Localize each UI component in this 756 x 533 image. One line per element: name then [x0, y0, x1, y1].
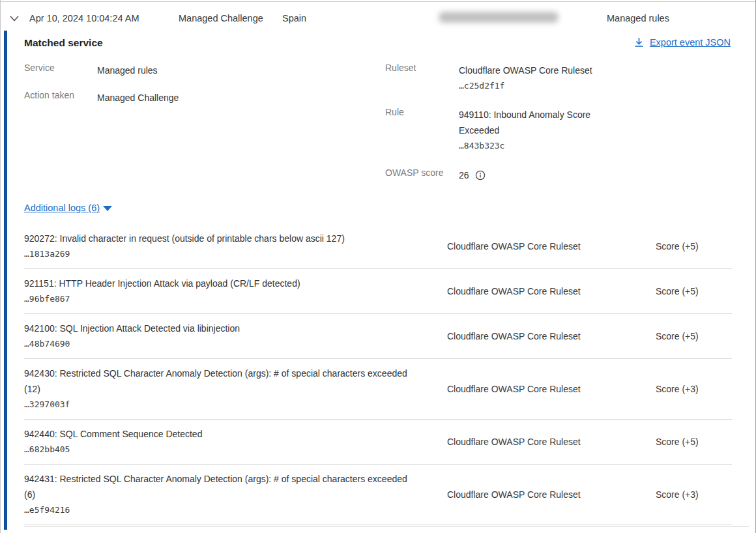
firewall-event-detail: Apr 10, 2024 10:04:24 AM Managed Challen… [0, 0, 756, 533]
panel-bottom-divider [24, 526, 749, 527]
log-row: 921151: HTTP Header Injection Attack via… [24, 269, 732, 314]
log-ruleset: Cloudflare OWASP Core Ruleset [447, 241, 656, 252]
info-icon[interactable] [475, 170, 486, 180]
log-description: 942431: Restricted SQL Character Anomaly… [24, 471, 408, 502]
log-rule-hash: …e5f94216 [24, 502, 408, 518]
log-rule-hash: …3297003f [24, 397, 408, 412]
ruleset-value: Cloudflare OWASP Core Ruleset [459, 63, 592, 78]
event-service: Managed rules [607, 13, 669, 23]
log-rule-hash: …48b74690 [24, 336, 408, 352]
log-rule-hash: …96bfe867 [24, 291, 408, 307]
field-ruleset: Ruleset Cloudflare OWASP Core Ruleset …c… [385, 63, 592, 94]
log-score: Score (+5) [656, 241, 732, 252]
log-row: 942430: Restricted SQL Character Anomaly… [24, 359, 732, 420]
caret-down-icon [103, 206, 112, 211]
log-description: 942440: SQL Comment Sequence Detected [24, 426, 408, 442]
action-taken-value: Managed Challenge [97, 90, 179, 106]
additional-logs-table: 920272: Invalid character in request (ou… [24, 224, 732, 525]
log-row: 920272: Invalid character in request (ou… [24, 224, 732, 269]
log-description: 942100: SQL Injection Attack Detected vi… [24, 321, 408, 336]
log-rule-hash: …1813a269 [24, 246, 408, 262]
ruleset-hash: …c25d2f1f [459, 78, 592, 94]
log-score: Score (+3) [656, 489, 732, 500]
field-owasp-score: OWASP score 26 [385, 167, 486, 183]
matched-service-title: Matched service [24, 37, 103, 49]
event-country: Spain [282, 13, 306, 23]
log-score: Score (+3) [656, 384, 732, 394]
log-ruleset: Cloudflare OWASP Core Ruleset [447, 331, 656, 341]
log-row: 942100: SQL Injection Attack Detected vi… [24, 314, 732, 359]
export-event-json-label: Export event JSON [650, 37, 731, 48]
export-event-json-link[interactable]: Export event JSON [634, 37, 731, 48]
log-ruleset: Cloudflare OWASP Core Ruleset [447, 489, 656, 500]
log-score: Score (+5) [656, 331, 732, 341]
additional-logs-label: Additional logs (6) [24, 203, 100, 213]
log-description: 942430: Restricted SQL Character Anomaly… [24, 366, 408, 397]
download-icon [634, 37, 644, 48]
log-description: 920272: Invalid character in request (ou… [24, 231, 408, 246]
field-action-taken: Action taken Managed Challenge [24, 90, 179, 106]
rule-hash: …843b323c [459, 138, 610, 154]
field-rule: Rule 949110: Inbound Anomaly Score Excee… [385, 107, 610, 154]
log-description: 921151: HTTP Header Injection Attack via… [24, 276, 408, 291]
owasp-score-value: 26 [459, 167, 469, 183]
log-rule-hash: …682bb405 [24, 442, 408, 457]
event-summary-row[interactable]: Apr 10, 2024 10:04:24 AM Managed Challen… [1, 2, 755, 31]
additional-logs-toggle[interactable]: Additional logs (6) [24, 203, 112, 213]
selected-row-accent [4, 31, 7, 530]
field-service: Service Managed rules [24, 63, 158, 78]
log-ruleset: Cloudflare OWASP Core Ruleset [447, 384, 656, 394]
log-score: Score (+5) [656, 286, 732, 296]
owasp-score-label: OWASP score [385, 167, 459, 183]
log-ruleset: Cloudflare OWASP Core Ruleset [447, 286, 656, 296]
log-ruleset: Cloudflare OWASP Core Ruleset [447, 437, 656, 447]
event-detail-panel: Matched service Export event JSON Servic… [1, 31, 755, 533]
redacted-value [439, 12, 559, 23]
ruleset-label: Ruleset [385, 63, 459, 94]
log-row: 942431: Restricted SQL Character Anomaly… [24, 465, 732, 525]
rule-label: Rule [385, 107, 459, 154]
rule-value: 949110: Inbound Anomaly Score Exceeded [459, 107, 610, 138]
event-timestamp: Apr 10, 2024 10:04:24 AM [29, 13, 139, 23]
service-value: Managed rules [97, 63, 158, 78]
service-label: Service [24, 63, 97, 78]
event-action: Managed Challenge [179, 13, 263, 23]
log-score: Score (+5) [656, 437, 732, 447]
action-taken-label: Action taken [24, 90, 97, 106]
collapse-chevron-icon[interactable] [9, 14, 20, 22]
log-row: 942440: SQL Comment Sequence Detected …6… [24, 420, 732, 465]
